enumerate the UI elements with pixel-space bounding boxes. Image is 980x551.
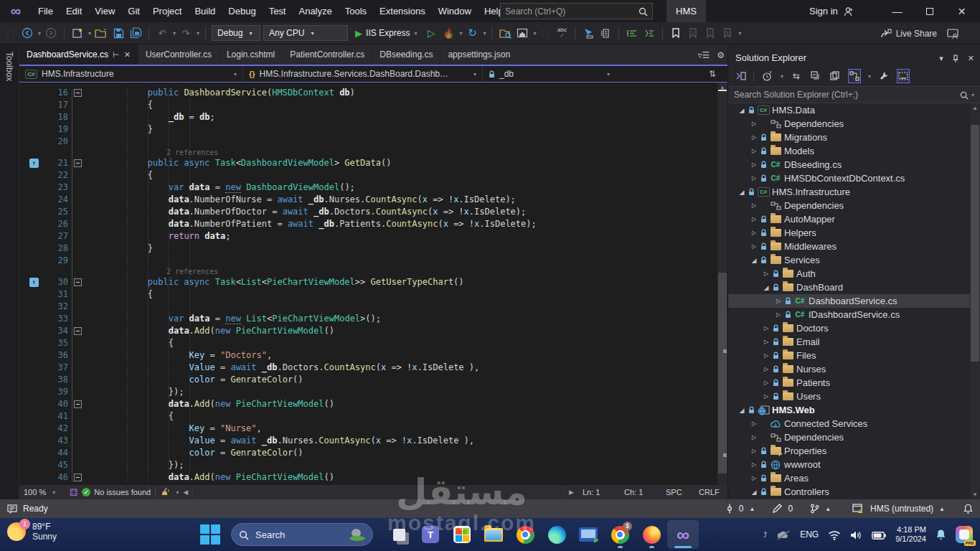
tree-item-patients[interactable]: ▷Patients [728,376,970,390]
tree-item-files[interactable]: ▷Files [728,349,970,362]
code-line-40[interactable]: 40 data.Add(new PieChartViewModel() [19,398,717,410]
line-indicator[interactable]: Ln: 1 [578,488,616,496]
language-indicator[interactable]: ENG [800,529,819,540]
editor-horizontal-scrollbar[interactable] [192,487,565,497]
window-minimize-button[interactable]: — [881,0,913,22]
tree-item-helpers[interactable]: ▷Helpers [728,226,970,240]
feedback-icon[interactable]: ⚃ [70,487,77,498]
close-tab-icon[interactable]: ✕ [124,50,131,60]
menu-test[interactable]: Test [263,0,293,22]
tree-item-idashboardservice-cs[interactable]: ▷C#IDashboardService.cs [728,308,970,321]
sync-dropdown[interactable]: ▾ [868,73,871,80]
code-line-18[interactable]: 18 _db = db; [19,111,717,123]
bookmarks-dropdown[interactable]: ▾ [738,30,741,37]
breadcrumb-project-dropdown[interactable]: C# HMS.Infrastructure ▾ [19,66,243,82]
code-line-31[interactable]: 31 { [19,288,717,301]
menu-file[interactable]: File [32,0,60,22]
fold-collapse-icon[interactable] [74,400,82,408]
tree-item-email[interactable]: ▷Email [728,335,970,349]
collapsed-chevron-icon[interactable]: ▷ [749,161,759,168]
decrease-indent-button[interactable] [625,25,639,41]
code-line-44[interactable]: 44 color = GenrateColor() [19,447,717,459]
code-cleanup-icon[interactable] [160,487,171,497]
edge-button[interactable] [541,520,573,549]
code-line-37[interactable]: 37 Value = await _db.Doctors.CountAsync(… [19,362,717,374]
collapsed-chevron-icon[interactable]: ▷ [749,202,759,209]
taskbar-search-input[interactable]: Search [231,523,373,546]
menu-git[interactable]: Git [121,0,146,22]
navigate-back-dropdown[interactable]: ▾ [38,30,41,37]
repo-caret-icon[interactable]: ▲ [939,506,945,512]
expanded-chevron-icon[interactable]: ◢ [749,257,759,264]
hot-reload-dropdown[interactable]: ▾ [459,30,462,37]
menu-project[interactable]: Project [146,0,188,22]
undo-button[interactable]: ↶ [155,25,169,41]
pending-changes-filter-icon[interactable] [760,69,773,83]
fold-collapse-icon[interactable] [74,159,82,167]
collapsed-chevron-icon[interactable]: ▷ [761,393,771,400]
task-view-button[interactable] [383,520,415,549]
menu-extensions[interactable]: Extensions [373,0,432,22]
toolbox-side-tab[interactable]: Toolbox [0,44,19,499]
breadcrumb-member-dropdown[interactable]: _db ▾ ⇅ [483,66,727,82]
show-all-files-icon[interactable] [829,69,842,83]
code-line-45[interactable]: 45 }); [19,459,717,471]
notifications-bell-icon[interactable] [963,504,973,514]
hot-reload-button[interactable]: 🔥 [441,25,456,41]
start-button[interactable] [199,524,221,545]
tab-appsettings-json[interactable]: appsettings.json [440,44,518,65]
pin-icon[interactable] [952,54,959,63]
code-line-20[interactable]: 20 [19,136,717,148]
open-file-button[interactable] [94,25,108,41]
code-line-22[interactable]: 22 { [19,169,717,182]
onedrive-paused-icon[interactable] [776,529,791,540]
spell-check-button[interactable]: abc✓ [555,25,569,41]
collapsed-chevron-icon[interactable]: ▷ [761,325,771,331]
menu-build[interactable]: Build [188,0,222,22]
code-line-29[interactable]: 29 [19,255,717,267]
close-icon[interactable]: ✕ [968,54,974,63]
remote-desktop-button[interactable] [573,520,604,549]
solution-configuration-select[interactable]: Debug▾ [212,25,260,41]
code-line-19[interactable]: 19 } [19,123,717,136]
fold-collapse-icon[interactable] [74,474,82,481]
notification-bell-icon[interactable] [936,529,946,541]
menu-edit[interactable]: Edit [60,0,88,22]
live-share-button[interactable]: Live Share [880,22,958,44]
collapsed-chevron-icon[interactable]: ▷ [749,461,759,468]
tree-item-controllers[interactable]: ◢Controllers [728,485,970,499]
code-line-41[interactable]: 41 { [19,410,717,423]
navigate-back-button[interactable] [20,25,34,41]
wifi-icon[interactable] [828,529,841,540]
collapsed-chevron-icon[interactable]: ▷ [749,243,759,250]
filter-dropdown[interactable]: ▾ [781,73,783,80]
tree-item-dashboardservice-cs[interactable]: ▷C#DashboardService.cs [728,294,970,308]
collapsed-chevron-icon[interactable]: ▷ [761,352,771,359]
home-window-button[interactable] [515,25,529,41]
tree-item-dashboard[interactable]: ◢DashBoard [728,281,970,294]
scrollbar-thumb[interactable] [971,125,979,362]
repo-warning-icon[interactable] [852,504,864,514]
push-caret-icon[interactable]: ▲ [750,506,755,512]
collapsed-chevron-icon[interactable]: ▷ [749,448,759,454]
unsaved-edits-pencil-icon[interactable] [772,504,782,514]
save-all-button[interactable] [128,25,143,41]
solution-explorer-scrollbar[interactable]: ▲ ▼ [970,103,980,499]
tab-usercontroller-cs[interactable]: UserController.cs [138,44,220,65]
tree-item-middlewares[interactable]: ▷Middlewares [728,240,970,253]
scroll-right-icon[interactable]: ▶ [569,489,574,496]
solution-platform-select[interactable]: Any CPU▾ [263,25,348,41]
line-ending-indicator[interactable]: CRLF [694,488,723,496]
tree-item-connected-services[interactable]: ▷Connected Services [728,417,970,430]
previous-bookmark-button[interactable] [686,25,700,41]
code-line-27[interactable]: 27 return data; [19,230,717,242]
collapsed-chevron-icon[interactable]: ▷ [749,134,759,141]
fold-collapse-icon[interactable] [74,278,82,286]
unsaved-edits-count[interactable]: 0 [788,504,793,514]
collapsed-chevron-icon[interactable]: ▷ [749,420,759,427]
code-line-43[interactable]: 43 Value = await _db.Nurses.CountAsync(x… [19,435,717,447]
collapsed-chevron-icon[interactable]: ▷ [761,366,771,372]
menu-window[interactable]: Window [432,0,478,22]
tab-dbseeding-cs[interactable]: DBseeding.cs [372,44,440,65]
commits-icon[interactable] [726,504,733,514]
